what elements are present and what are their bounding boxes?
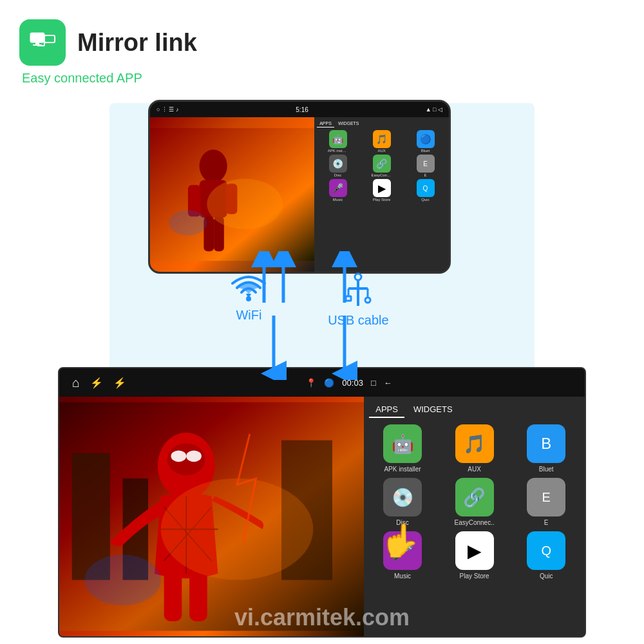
car-easy-label: EasyConnec.. — [454, 519, 494, 526]
quick-icon: Q — [417, 179, 435, 197]
svg-point-40 — [161, 478, 314, 580]
car-apk-label: APK installer — [384, 466, 421, 473]
phone-app-quick[interactable]: Q Quic — [404, 179, 446, 202]
e-icon: E — [417, 155, 435, 173]
connection-area: WiFi USB cable — [200, 270, 419, 374]
phone-app-disc[interactable]: 💿 Disc — [317, 155, 359, 177]
phone-status-left: ○ ⋮ ☰ ♪ — [156, 106, 178, 113]
car-easy-icon: 🔗 — [455, 478, 494, 516]
easy-connected-label: Easy connected APP — [22, 71, 197, 86]
easy-icon: 🔗 — [373, 155, 391, 173]
bluetooth-icon: 🔵 — [324, 378, 334, 388]
finger-cursor: 👆 — [380, 522, 420, 559]
car-spiderman-art — [59, 397, 364, 636]
wifi-icon — [229, 270, 268, 304]
car-music-label: Music — [394, 573, 411, 580]
phone-app-music[interactable]: 🎤 Music — [317, 179, 359, 202]
home-icon: ⌂ — [72, 375, 80, 390]
car-apps-panel: APPS WIDGETS 🤖 APK installer 🎵 AUX B Blu… — [364, 397, 585, 636]
phone-status-right: ▲ □ ◁ — [426, 106, 442, 113]
phone-device: ○ ⋮ ☰ ♪ 5:16 ▲ □ ◁ — [148, 100, 451, 274]
mirror-link-icon — [28, 28, 57, 57]
window-icon: □ — [371, 378, 376, 388]
phone-tab-widgets[interactable]: WIDGETS — [336, 120, 362, 128]
svg-point-33 — [186, 450, 202, 462]
disc-icon: 💿 — [329, 155, 347, 173]
car-aux-icon: 🎵 — [455, 424, 494, 463]
svg-point-15 — [207, 178, 283, 229]
phone-app-play[interactable]: ▶ Play Store — [361, 179, 402, 202]
phone-apps-panel: APPS WIDGETS 🤖 APK installer 🎵 AUX 🔵 Blu… — [314, 117, 449, 272]
car-video-area — [59, 397, 364, 636]
phone-app-apk[interactable]: 🤖 APK installer — [317, 130, 359, 153]
car-status-center: 📍 🔵 00:03 □ ← — [306, 378, 392, 388]
usb-label: USB cable — [328, 313, 389, 328]
svg-point-16 — [169, 211, 207, 236]
car-disc-icon: 💿 — [383, 478, 422, 516]
phone-tab-apps[interactable]: APPS — [317, 120, 334, 128]
svg-rect-3 — [44, 35, 55, 43]
mirror-link-title: Mirror link — [77, 29, 197, 57]
phone-app-easy[interactable]: 🔗 EasyConnec.. — [361, 155, 402, 177]
phone-app-easy-label: EasyConnec.. — [372, 173, 392, 177]
phone-app-music-label: Music — [333, 198, 343, 202]
phone-time: 5:16 — [296, 106, 308, 113]
phone-app-apk-label: APK installer — [328, 149, 348, 153]
car-aux-label: AUX — [468, 466, 481, 473]
car-tabs: APPS WIDGETS — [369, 402, 580, 418]
apk-icon: 🤖 — [329, 130, 347, 148]
car-app-easy[interactable]: 🔗 EasyConnec.. — [441, 478, 508, 526]
back-icon: ← — [384, 378, 392, 388]
car-app-e[interactable]: E E — [513, 478, 580, 526]
svg-rect-22 — [346, 296, 351, 301]
car-quick-label: Quic — [540, 573, 553, 580]
svg-point-25 — [355, 274, 361, 280]
car-app-bt[interactable]: B Bluet — [513, 424, 580, 473]
music-icon: 🎤 — [329, 179, 347, 197]
phone-tabs: APPS WIDGETS — [317, 120, 446, 128]
usb-status-icon2: ⚡ — [113, 377, 126, 389]
car-app-play[interactable]: ▶ Play Store — [441, 531, 508, 580]
svg-point-32 — [171, 450, 187, 462]
phone-app-e-label: E — [424, 173, 427, 177]
car-app-apk[interactable]: 🤖 APK installer — [369, 424, 436, 473]
car-bt-label: Bluet — [539, 466, 554, 473]
svg-rect-38 — [164, 571, 182, 621]
car-time: 00:03 — [342, 378, 363, 388]
mirror-link-icon-bg — [19, 19, 66, 66]
phone-video-area — [150, 117, 314, 272]
wifi-connection: WiFi — [229, 270, 268, 323]
car-unit: ⌂ ⚡ ⚡ 📍 🔵 00:03 □ ← — [58, 367, 586, 638]
bt-icon: 🔵 — [417, 130, 435, 148]
car-app-aux[interactable]: 🎵 AUX — [441, 424, 508, 473]
phone-app-bt[interactable]: 🔵 Bluet — [404, 130, 446, 153]
phone-spiderman-art — [150, 117, 314, 272]
aux-icon: 🎵 — [373, 130, 391, 148]
car-play-label: Play Store — [460, 573, 489, 580]
phone-status-bar: ○ ⋮ ☰ ♪ 5:16 ▲ □ ◁ — [150, 102, 449, 117]
svg-point-9 — [200, 149, 227, 182]
car-play-icon: ▶ — [455, 531, 494, 570]
car-content: APPS WIDGETS 🤖 APK installer 🎵 AUX B Blu… — [59, 397, 585, 636]
svg-point-18 — [246, 296, 251, 301]
car-e-label: E — [544, 519, 549, 526]
phone-app-e[interactable]: E E — [404, 155, 446, 177]
car-tab-apps[interactable]: APPS — [369, 402, 404, 418]
mirror-link-row: Mirror link — [19, 19, 197, 66]
usb-connection: USB cable — [328, 270, 389, 328]
svg-point-24 — [365, 298, 370, 303]
phone-app-disc-label: Disc — [334, 173, 342, 177]
location-icon: 📍 — [306, 378, 316, 388]
car-tab-widgets[interactable]: WIDGETS — [407, 402, 459, 418]
car-app-quick[interactable]: Q Quic — [513, 531, 580, 580]
phone-app-aux[interactable]: 🎵 AUX — [361, 130, 402, 153]
car-app-disc[interactable]: 💿 Disc — [369, 478, 436, 526]
usb-icon — [342, 270, 374, 309]
car-e-icon: E — [527, 478, 565, 516]
car-apk-icon: 🤖 — [383, 424, 422, 463]
phone-app-aux-label: AUX — [377, 149, 385, 153]
svg-rect-0 — [30, 33, 44, 43]
play-store-icon: ▶ — [373, 179, 391, 197]
phone-app-play-label: Play Store — [373, 198, 391, 202]
usb-status-icon1: ⚡ — [90, 377, 103, 389]
